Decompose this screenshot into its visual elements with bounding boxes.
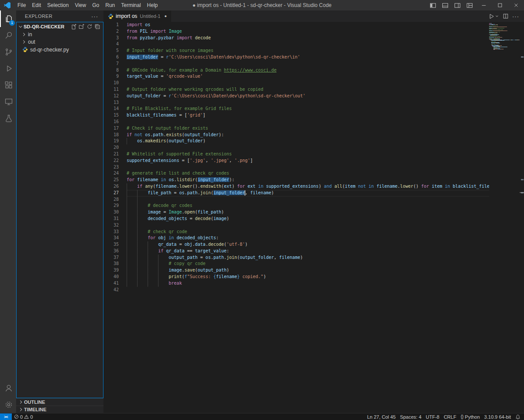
- explorer-more-actions-icon[interactable]: ···: [90, 13, 100, 20]
- code-line[interactable]: 7: [103, 61, 489, 67]
- line-number[interactable]: 36: [103, 248, 119, 255]
- code-line[interactable]: 13: [103, 100, 489, 106]
- activity-explorer[interactable]: 1: [0, 10, 16, 27]
- menu-run[interactable]: Run: [102, 0, 118, 10]
- activity-run-debug[interactable]: [0, 60, 16, 77]
- code-line[interactable]: 25for filename in os.listdir(input_folde…: [103, 177, 489, 183]
- code-line[interactable]: 12output_folder = r'C:\Users\cosci\Daten…: [103, 93, 489, 100]
- line-number[interactable]: 2: [103, 28, 119, 35]
- activity-testing[interactable]: [0, 110, 16, 127]
- refresh-icon[interactable]: [86, 23, 93, 31]
- customize-layout-icon[interactable]: [463, 0, 476, 10]
- line-number[interactable]: 13: [103, 100, 119, 106]
- line-number[interactable]: 34: [103, 235, 119, 241]
- line-number[interactable]: 31: [103, 216, 119, 222]
- maximize-button[interactable]: [492, 0, 508, 10]
- code-line[interactable]: 24# generate file list and check qr code…: [103, 170, 489, 177]
- code-line[interactable]: 35qr_data = obj.data.decode('utf-8'): [103, 241, 489, 248]
- code-line[interactable]: 10: [103, 80, 489, 86]
- line-number[interactable]: 25: [103, 177, 119, 183]
- code-line[interactable]: 33# check qr code: [103, 229, 489, 235]
- cursor-position-status[interactable]: Ln 27, Col 45: [365, 413, 398, 420]
- line-number[interactable]: 7: [103, 61, 119, 67]
- line-number[interactable]: 14: [103, 106, 119, 112]
- code-line[interactable]: 21# Whitelist of supported File extensio…: [103, 151, 489, 158]
- new-file-icon[interactable]: [70, 23, 78, 31]
- menu-edit[interactable]: Edit: [29, 0, 44, 10]
- notifications-bell[interactable]: [513, 413, 524, 420]
- minimap[interactable]: [489, 22, 520, 413]
- line-number[interactable]: 4: [103, 41, 119, 48]
- code-line[interactable]: 4: [103, 41, 489, 48]
- problems-status[interactable]: 0 0: [12, 413, 35, 420]
- code-line[interactable]: 17# Check if output folder exists: [103, 125, 489, 132]
- line-number[interactable]: 10: [103, 80, 119, 86]
- outline-section[interactable]: OUTLINE: [16, 398, 103, 406]
- line-number[interactable]: 15: [103, 112, 119, 119]
- activity-search[interactable]: [0, 27, 16, 44]
- activity-extensions[interactable]: [0, 77, 16, 93]
- code-line[interactable]: 31decoded_objects = decode(image): [103, 216, 489, 222]
- code-line[interactable]: 20: [103, 145, 489, 151]
- code-line[interactable]: 9target_value = 'qrcode-value': [103, 73, 489, 80]
- activity-account[interactable]: [0, 380, 16, 396]
- line-number[interactable]: 26: [103, 183, 119, 190]
- line-number[interactable]: 30: [103, 209, 119, 216]
- line-number[interactable]: 3: [103, 35, 119, 41]
- timeline-section[interactable]: TIMELINE: [16, 406, 103, 413]
- code-line[interactable]: 38# copy qr code: [103, 261, 489, 267]
- new-folder-icon[interactable]: [78, 23, 86, 31]
- line-number[interactable]: 8: [103, 67, 119, 74]
- eol-status[interactable]: CRLF: [441, 413, 458, 420]
- menu-view[interactable]: View: [72, 0, 89, 10]
- editor-more-actions-icon[interactable]: ···: [511, 10, 521, 22]
- line-number[interactable]: 20: [103, 145, 119, 151]
- menu-help[interactable]: Help: [144, 0, 161, 10]
- line-number[interactable]: 38: [103, 261, 119, 267]
- code-line[interactable]: 3from pyzbar.pyzbar import decode: [103, 35, 489, 41]
- encoding-status[interactable]: UTF-8: [424, 413, 441, 420]
- toggle-sidebar-icon[interactable]: [427, 0, 439, 10]
- tree-item-python-file[interactable]: sd-qr-checker.py: [17, 46, 103, 54]
- line-number[interactable]: 29: [103, 203, 119, 209]
- tab-import-os[interactable]: import os Untitled-1 ●: [103, 10, 171, 22]
- tree-item-folder-in[interactable]: in: [17, 31, 103, 38]
- minimize-button[interactable]: [476, 0, 492, 10]
- code-line[interactable]: 1import os: [103, 22, 489, 28]
- overview-ruler-scrollbar[interactable]: [520, 22, 524, 413]
- code-line[interactable]: 29# decode qr codes: [103, 203, 489, 209]
- code-line[interactable]: 26if any(filename.lower().endswith(ext) …: [103, 183, 489, 190]
- code-line[interactable]: 23: [103, 164, 489, 171]
- code-line[interactable]: 15blacklist_filenames = ['grid']: [103, 112, 489, 119]
- menu-file[interactable]: File: [14, 0, 29, 10]
- code-line[interactable]: 37output_path = os.path.join(output_fold…: [103, 255, 489, 261]
- toggle-panel-icon[interactable]: [439, 0, 451, 10]
- line-number[interactable]: 16: [103, 119, 119, 125]
- line-number[interactable]: 22: [103, 158, 119, 164]
- toggle-secondary-sidebar-icon[interactable]: [451, 0, 463, 10]
- line-number[interactable]: 42: [103, 287, 119, 293]
- line-number[interactable]: 37: [103, 255, 119, 261]
- collapse-all-icon[interactable]: [93, 23, 101, 31]
- code-line[interactable]: 30image = Image.open(file_path): [103, 209, 489, 216]
- code-line[interactable]: 40print(f"Success: {filename} copied."): [103, 274, 489, 280]
- modified-indicator[interactable]: ●: [164, 14, 166, 18]
- language-mode-status[interactable]: {} Python: [458, 413, 482, 420]
- code-line[interactable]: 2from PIL import Image: [103, 28, 489, 35]
- workspace-section-header[interactable]: SD-QR-CHECKER: [17, 22, 103, 31]
- run-python-file-button[interactable]: [487, 10, 500, 22]
- code-line[interactable]: 18if not os.path.exists(output_folder):: [103, 132, 489, 138]
- line-number[interactable]: 18: [103, 132, 119, 138]
- line-number[interactable]: 33: [103, 229, 119, 235]
- line-number[interactable]: 11: [103, 86, 119, 93]
- line-number[interactable]: 19: [103, 138, 119, 145]
- line-number[interactable]: 24: [103, 170, 119, 177]
- split-editor-icon[interactable]: [501, 10, 510, 22]
- code-editor[interactable]: 1import os2from PIL import Image3from py…: [103, 22, 489, 413]
- line-number[interactable]: 1: [103, 22, 119, 28]
- code-line[interactable]: 41break: [103, 280, 489, 287]
- indentation-status[interactable]: Spaces: 4: [398, 413, 424, 420]
- code-line[interactable]: 19os.makedirs(output_folder): [103, 138, 489, 145]
- code-line[interactable]: 34for obj in decoded_objects:: [103, 235, 489, 241]
- line-number[interactable]: 6: [103, 54, 119, 61]
